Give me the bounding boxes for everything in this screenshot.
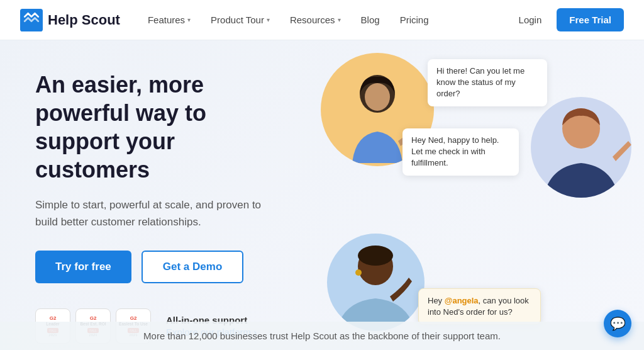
nav-right: Login Free Trial [511,8,624,31]
nav-features[interactable]: Features ▾ [140,9,198,30]
person2-illustration [531,97,631,198]
svg-point-5 [358,246,393,266]
nav-blog[interactable]: Blog [353,9,387,30]
navigation: Help Scout Features ▾ Product Tour ▾ Res… [0,0,644,40]
main-content: An easier, more powerful way to support … [0,40,644,350]
hero-title: An easier, more powerful way to support … [35,71,277,184]
login-button[interactable]: Login [511,9,550,30]
chevron-down-icon: ▾ [338,16,341,23]
nav-pricing[interactable]: Pricing [392,9,436,30]
hero-right: Hi there! Can you let me know the status… [302,40,644,350]
chat-bubble-1: Hi there! Can you let me know the status… [428,59,547,106]
get-demo-button[interactable]: Get a Demo [142,251,243,283]
svg-point-6 [355,269,362,276]
hero-left: An easier, more powerful way to support … [0,40,302,350]
person3-illustration [327,234,425,331]
chat-bubble-3: Hey @angela, can you look into Ned's ord… [418,288,541,325]
nav-resources[interactable]: Resources ▾ [282,9,348,30]
svg-point-2 [365,83,390,111]
nav-product-tour[interactable]: Product Tour ▾ [203,9,277,30]
hero-subtitle: Simple to start, powerful at scale, and … [35,196,268,230]
free-trial-button[interactable]: Free Trial [557,8,624,31]
person3-svg [327,234,425,331]
chat-button[interactable]: 💬 [604,310,631,337]
logo[interactable]: Help Scout [20,9,120,31]
chat-icon: 💬 [610,316,626,331]
logo-icon [20,9,43,31]
mention-text: @angela [445,296,479,305]
logo-text: Help Scout [48,12,120,28]
chat-bubble-2: Hey Ned, happy to help. Let me check in … [402,128,519,176]
try-free-button[interactable]: Try for free [35,251,131,283]
bottom-bar: More than 12,000 businesses trust Help S… [0,322,644,350]
hero-buttons: Try for free Get a Demo [35,251,277,283]
chevron-down-icon: ▾ [187,16,191,23]
person2-svg [531,97,631,198]
nav-links: Features ▾ Product Tour ▾ Resources ▾ Bl… [140,9,511,30]
chevron-down-icon: ▾ [267,16,270,23]
